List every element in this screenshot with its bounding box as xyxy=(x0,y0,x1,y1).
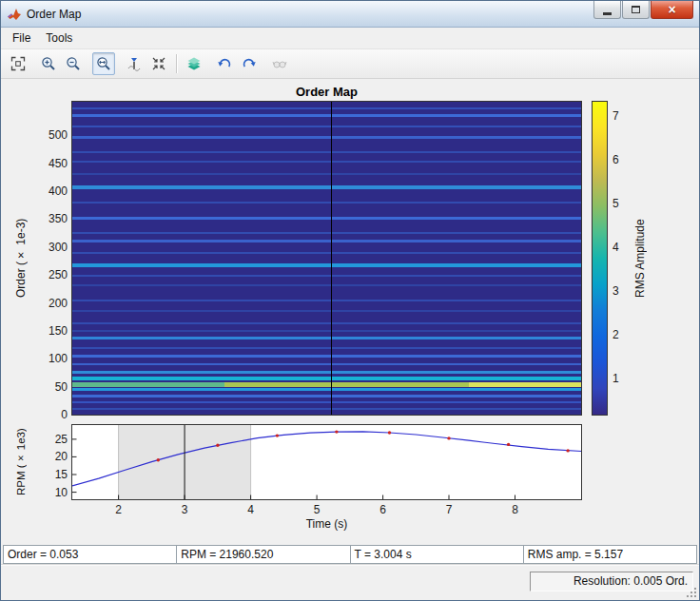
redo-view-button[interactable] xyxy=(238,52,261,75)
heatmap-stripe xyxy=(72,395,581,397)
toolbar-separator xyxy=(176,54,177,73)
close-button[interactable]: × xyxy=(651,1,693,19)
order-map-window: Order Map × File Tools xyxy=(0,0,700,601)
minimize-icon xyxy=(603,12,612,15)
heatmap-stripe xyxy=(72,263,581,267)
matlab-icon xyxy=(7,7,22,22)
heatmap-stripe xyxy=(72,388,581,391)
order-y-ticklabels: 050100150200250300350400450500 xyxy=(37,102,68,415)
zoom-in-icon xyxy=(41,56,56,71)
heatmap-stripe xyxy=(72,363,581,365)
rpm-marker xyxy=(335,430,338,433)
colormap-button[interactable] xyxy=(183,52,205,75)
tick-label: 3 xyxy=(612,284,632,298)
rpm-marker xyxy=(507,443,510,446)
window-controls: × xyxy=(593,1,693,19)
tick-label: 150 xyxy=(37,324,68,338)
resolution-status: Resolution: 0.005 Ord. xyxy=(530,572,693,591)
zoom-out-button[interactable] xyxy=(62,52,85,75)
heatmap-stripe xyxy=(72,275,581,277)
tick-label: 100 xyxy=(37,352,68,365)
tick-label: 500 xyxy=(37,128,68,142)
tick-label: 350 xyxy=(37,212,68,225)
tick-label: 25 xyxy=(37,433,68,446)
readout-bar: Order = 0.053 RPM = 21960.520 T = 3.004 … xyxy=(3,545,697,564)
time-cursor-button[interactable] xyxy=(123,52,146,75)
zoom-x-button[interactable] xyxy=(92,52,115,75)
restore-view-icon xyxy=(151,56,166,71)
heatmap-stripe xyxy=(72,185,581,189)
window-title: Order Map xyxy=(27,8,81,21)
tick-label: 7 xyxy=(612,109,632,123)
rpm-y-ticklabels: 10152025 xyxy=(37,425,68,499)
heatmap-stripe xyxy=(72,151,581,153)
menu-item-file[interactable]: File xyxy=(5,29,38,48)
heatmap-stripe xyxy=(72,114,581,117)
title-bar[interactable]: Order Map × xyxy=(1,1,699,28)
tick-label: 50 xyxy=(37,380,68,394)
time-cursor-icon xyxy=(126,56,142,71)
maximize-button[interactable] xyxy=(622,1,650,19)
tick-label: 300 xyxy=(37,241,68,254)
colorbar xyxy=(593,102,607,415)
tick-label: 10 xyxy=(37,486,68,499)
rpm-profile-plot[interactable] xyxy=(72,425,581,499)
heatmap-stripe xyxy=(72,408,581,410)
heatmap-stripe xyxy=(72,161,581,163)
menu-item-tools[interactable]: Tools xyxy=(38,29,80,48)
heatmap-stripe xyxy=(72,401,581,403)
tick-label: 3 xyxy=(173,503,196,516)
order-map-heatmap[interactable] xyxy=(72,102,581,415)
zoom-x-icon xyxy=(96,56,111,71)
tick-label: 450 xyxy=(37,157,68,170)
heatmap-stripe xyxy=(72,322,581,324)
tick-label: 5 xyxy=(305,503,328,516)
heatmap-stripe xyxy=(72,107,581,109)
heatmap-stripe xyxy=(72,300,581,301)
tick-label: 200 xyxy=(37,297,68,310)
fit-view-button[interactable] xyxy=(7,52,29,75)
zoom-in-button[interactable] xyxy=(37,52,60,75)
readout-time: T = 3.004 s xyxy=(351,545,524,564)
heatmap-stripe xyxy=(72,382,581,387)
minimize-button[interactable] xyxy=(593,1,621,19)
heatmap-stripe xyxy=(72,355,581,358)
readout-rpm: RPM = 21960.520 xyxy=(177,545,350,564)
maximize-icon xyxy=(632,6,640,13)
time-axis-label: Time (s) xyxy=(72,517,581,531)
readout-order: Order = 0.053 xyxy=(3,545,177,564)
rpm-axis-label: RPM (× 1e3) xyxy=(12,425,29,499)
tick-label: 5 xyxy=(612,197,632,210)
order-axis-label: Order (× 1e-3) xyxy=(12,102,29,415)
heatmap-stripe xyxy=(72,347,581,349)
measure-icon xyxy=(272,56,287,71)
rpm-marker xyxy=(276,434,279,436)
rpm-marker xyxy=(566,449,569,452)
undo-view-icon xyxy=(217,56,232,71)
rpm-marker xyxy=(216,444,219,447)
restore-view-button[interactable] xyxy=(147,52,170,75)
undo-view-button[interactable] xyxy=(213,52,236,75)
tick-label: 0 xyxy=(37,408,68,421)
heatmap-stripe xyxy=(72,284,581,286)
measure-button[interactable] xyxy=(268,52,291,75)
toolbar xyxy=(1,49,699,79)
rpm-marker xyxy=(157,458,160,461)
colormap-icon xyxy=(186,56,202,71)
resize-grip[interactable] xyxy=(685,586,697,598)
tick-label: 15 xyxy=(37,468,68,481)
colorbar-ticklabels: 1234567 xyxy=(612,102,632,415)
status-bar: Resolution: 0.005 Ord. xyxy=(1,564,699,600)
tick-label: 1 xyxy=(612,372,632,385)
colorbar-label: RMS Amplitude xyxy=(632,102,648,415)
heatmap-stripe xyxy=(72,330,581,332)
heatmap-stripe xyxy=(72,173,581,175)
zoom-out-icon xyxy=(66,56,81,71)
fit-view-icon xyxy=(10,56,26,71)
order-map-cursor[interactable] xyxy=(331,102,332,415)
menu-bar: File Tools xyxy=(1,28,699,49)
tick-label: 400 xyxy=(37,184,68,198)
tick-label: 20 xyxy=(37,450,68,463)
heatmap-stripe xyxy=(72,310,581,312)
tick-label: 6 xyxy=(612,153,632,166)
